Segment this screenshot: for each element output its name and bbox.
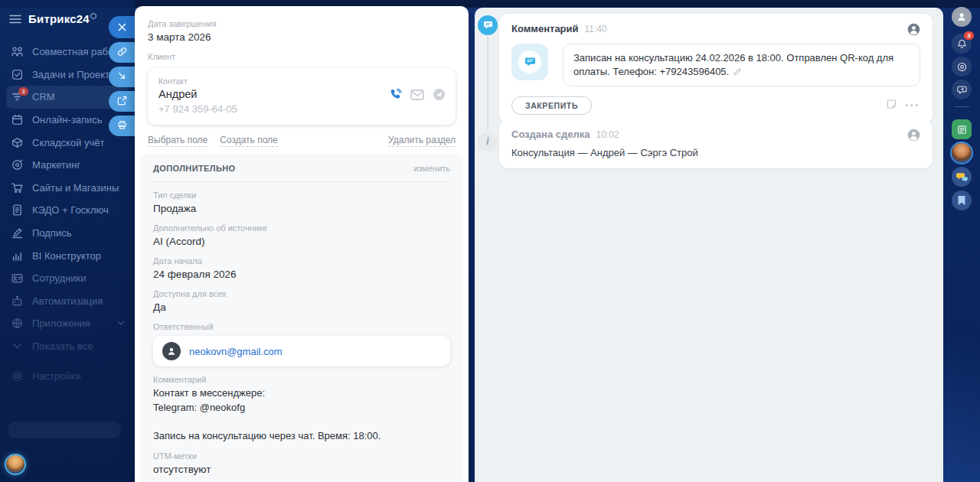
current-user-avatar[interactable] <box>6 455 24 474</box>
bar-chart-icon <box>11 249 24 262</box>
news-feed-icon[interactable] <box>952 119 972 139</box>
timeline-created-card: Создана сделка 10:02 Консультация — Андр… <box>499 120 933 168</box>
info-marker-icon: i <box>478 132 498 151</box>
profile-avatar-icon[interactable] <box>952 7 972 27</box>
slider-actions <box>109 16 135 140</box>
bitrix24-crm-deal-screen: Битрикс24 Совместная работа Задачи и Про… <box>0 0 980 482</box>
created-deal-time: 10:02 <box>596 129 619 140</box>
timeline-panel: i Комментарий 11:40 Записан на консульта… <box>475 8 943 482</box>
open-in-new-icon <box>117 95 127 109</box>
created-author-icon[interactable] <box>907 129 920 142</box>
comment-field-value[interactable]: Контакт в мессенджере: Telegram: @neokof… <box>153 386 450 443</box>
edit-pencil-icon[interactable] <box>733 67 742 76</box>
crm-counter-badge: 3 <box>18 87 28 96</box>
utm-value: отсутствуют <box>153 463 450 476</box>
contact-type-label: Контакт <box>158 77 445 86</box>
support-spiral-icon[interactable] <box>952 57 972 77</box>
link-icon <box>117 46 127 60</box>
source-info-value[interactable]: AI (Accord) <box>153 235 450 248</box>
sidebar-item-kedo[interactable]: КЭДО + Госключ <box>6 199 129 222</box>
sidebar-item-settings[interactable]: Настройки <box>6 364 129 387</box>
comment-type-icon <box>511 44 548 80</box>
sidebar-item-apps[interactable]: Приложения <box>6 312 129 335</box>
messenger-icon[interactable] <box>433 88 446 104</box>
available-for-all-value[interactable]: Да <box>153 301 450 314</box>
deal-type-value[interactable]: Продажа <box>153 202 450 215</box>
brand-logo[interactable]: Битрикс24 <box>28 12 96 25</box>
chat-forward-icon[interactable] <box>952 80 972 99</box>
contact-phone[interactable]: +7 924 359-64-05 <box>158 103 445 115</box>
source-info-label: Дополнительно об источнике <box>153 223 450 233</box>
chevron-down-icon <box>117 321 125 326</box>
sidebar-item-marketing[interactable]: Маркетинг <box>6 154 129 177</box>
additional-section-title: ДОПОЛНИТЕЛЬНО <box>153 164 236 173</box>
completion-date-value[interactable]: 3 марта 2026 <box>148 31 456 44</box>
comment-marker-icon <box>478 15 498 35</box>
start-date-label: Дата начала <box>153 256 450 265</box>
bookmark-icon[interactable] <box>952 191 972 210</box>
chevron-down-icon <box>11 343 24 350</box>
divider <box>153 181 450 182</box>
id-card-icon <box>11 272 24 285</box>
contact-card[interactable]: Контакт Андрей +7 924 359-64-05 <box>148 68 456 125</box>
sidebar-item-employees[interactable]: Сотрудники <box>6 267 129 290</box>
messenger-chats-icon[interactable] <box>952 167 972 187</box>
sidebar-item-automation[interactable]: Автоматизация <box>6 290 129 313</box>
create-field-link[interactable]: Создать поле <box>220 135 278 147</box>
responsible-avatar <box>162 342 181 360</box>
document-icon <box>11 204 24 217</box>
comment-text-box[interactable]: Записан на консультацию 24.02.2026 в 18:… <box>563 44 920 86</box>
rail-divider <box>954 106 969 107</box>
copy-link-button[interactable] <box>109 42 135 63</box>
note-icon[interactable] <box>886 99 897 113</box>
sidebar-item-bi-builder[interactable]: BI Конструктор <box>6 244 129 267</box>
deal-details-panel: Дата завершения 3 марта 2026 Клиент Конт… <box>135 6 469 482</box>
notifications-bell-icon[interactable]: 3 <box>952 34 972 54</box>
more-actions-icon[interactable]: ••• <box>905 102 920 109</box>
email-icon[interactable] <box>410 90 424 103</box>
comment-title: Комментарий <box>511 23 579 34</box>
box-icon <box>11 136 24 149</box>
sidebar-item-show-all[interactable]: Показать все <box>6 335 129 358</box>
calendar-icon <box>11 113 24 126</box>
comment-field-label: Комментарий <box>153 375 450 384</box>
additional-edit-link[interactable]: изменить <box>413 164 450 173</box>
target-icon <box>11 158 24 171</box>
timeline-comment-card: Комментарий 11:40 Записан на консультаци… <box>499 14 933 124</box>
utm-label: UTM-метки <box>153 451 450 461</box>
call-icon[interactable] <box>389 88 402 104</box>
completion-date-label: Дата завершения <box>148 19 456 28</box>
delete-section-link[interactable]: Удалить раздел <box>388 135 456 147</box>
choose-field-link[interactable]: Выбрать поле <box>148 135 207 147</box>
print-button[interactable] <box>109 116 135 136</box>
client-label: Клиент <box>148 52 456 61</box>
printer-icon <box>117 119 127 133</box>
robot-icon <box>11 295 24 308</box>
responsible-card[interactable]: neokovn@gmail.com <box>153 336 450 366</box>
sidebar-item-sign[interactable]: Подпись <box>6 222 129 245</box>
created-deal-title: Создана сделка <box>511 129 590 140</box>
apps-globe-icon <box>11 317 24 330</box>
tasks-icon <box>11 68 24 81</box>
pin-button[interactable]: ЗАКРЕПИТЬ <box>511 96 592 115</box>
responsible-user-link[interactable]: neokovn@gmail.com <box>189 346 283 357</box>
deal-type-label: Тип сделки <box>153 191 450 200</box>
user-photo-avatar[interactable] <box>952 143 972 163</box>
minimize-panel-button[interactable] <box>109 67 135 87</box>
comment-author-icon[interactable] <box>907 23 920 36</box>
right-rail: 3 <box>943 0 980 482</box>
timeline-connector <box>487 37 488 130</box>
sidebar-item-sites-stores[interactable]: Сайты и Магазины <box>6 177 129 200</box>
signature-pen-icon <box>11 226 24 239</box>
available-for-all-label: Доступна для всех <box>153 289 450 298</box>
additional-section: ДОПОЛНИТЕЛЬНО изменить Тип сделки Продаж… <box>140 154 463 482</box>
close-icon <box>118 21 126 34</box>
start-date-value[interactable]: 24 февраля 2026 <box>153 268 450 281</box>
menu-hamburger-icon[interactable] <box>9 15 21 24</box>
open-in-new-button[interactable] <box>109 91 135 112</box>
invite-button[interactable] <box>8 422 121 438</box>
created-deal-text[interactable]: Консультация — Андрей — Сэргэ Строй <box>511 147 920 158</box>
crm-funnel-icon: 3 <box>11 90 24 103</box>
close-panel-button[interactable] <box>109 16 135 38</box>
collaboration-icon <box>11 45 24 58</box>
